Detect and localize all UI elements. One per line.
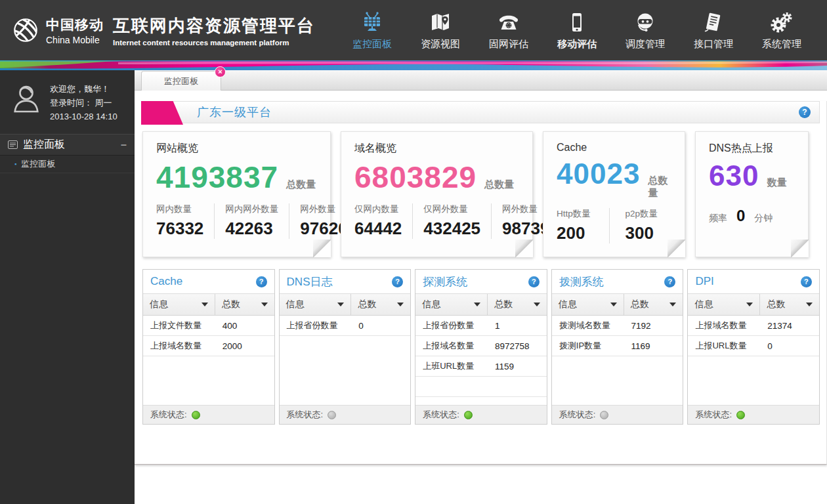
panel-title: 探测系统 [423,274,467,289]
brand-logo: 中国移动 China Mobile 互联网内容资源管理平台 Internet c… [0,14,315,47]
stat-label: 网内数量 [156,203,203,215]
nav-item-fixed-network-eval[interactable]: 固网评估 [486,10,532,51]
login-time-text: 登录时间： 周一 [50,96,117,110]
system-panels-row: Cache ? 信息 总数 上报文件数量400 上报域名数量2000 [142,269,820,425]
sidebar-item-monitor-panel[interactable]: ▪ 监控面板 [0,156,135,173]
panel-status: 系统状态: [688,405,819,424]
status-dot [600,411,608,419]
menu-doc-icon [8,140,18,149]
column-header-info[interactable]: 信息 [415,294,488,315]
nav-label: 固网评估 [489,38,528,51]
section-flag [141,101,183,125]
panel-title: DNS日志 [287,274,333,289]
nav-label: 调度管理 [626,38,665,51]
column-header-info[interactable]: 信息 [552,294,624,315]
nav-item-monitor-panel[interactable]: 监控面板 [349,10,395,51]
nav-label: 资源视图 [421,38,460,51]
dropdown-arrow-icon [397,303,404,306]
card-title: 域名概览 [354,142,519,156]
card-big-label: 总数量 [484,178,514,191]
help-icon[interactable]: ? [256,276,267,287]
stat-value: 76332 [156,219,203,239]
nav-item-interface-mgmt[interactable]: 接口管理 [690,10,736,51]
card-dns-hotspot: DNS热点上报 630 数量 频率 0 分钟 [695,131,809,257]
table-row: 上报域名数量2000 [143,336,274,356]
stat-label: 仅网内数量 [354,203,402,215]
card-big-value: 4193837 [156,159,278,195]
brand-name-en: China Mobile [46,35,104,45]
table-row: 上班URL数量1159 [415,356,547,377]
card-big-label: 数量 [767,177,786,189]
nav-item-mobile-eval[interactable]: 移动评估 [554,10,600,51]
tab-monitor-panel[interactable]: 监控面板 × [141,71,221,91]
card-title: 网站概览 [156,142,317,156]
card-big-value: 6803829 [354,159,477,195]
panel-detection-system: 探测系统 ? 信息 总数 上报省份数量1 上报域名数量8972758 [415,269,547,425]
card-stat: p2p数量 300 [610,208,669,243]
help-icon[interactable]: ? [392,276,403,287]
column-header-info[interactable]: 信息 [280,294,352,315]
panel-dns-log: DNS日志 ? 信息 总数 上报省份数量0 系统状态: [279,269,412,425]
column-header-info[interactable]: 信息 [688,294,760,315]
user-profile: 欢迎您，魏华！ 登录时间： 周一 2013-10-28 14:10 [0,70,135,134]
column-header-total[interactable]: 总数 [624,294,683,315]
stat-label: 网内网外数量 [225,203,278,215]
stat-label: Http数量 [557,208,599,220]
column-header-total[interactable]: 总数 [488,294,547,315]
status-dot [192,411,200,419]
collapse-icon[interactable]: – [121,139,127,151]
dashboard-icon [360,10,384,34]
nav-item-system-mgmt[interactable]: 系统管理 [759,10,805,51]
card-domain-overview: 域名概览 6803829 总数量 仅网内数量 64442 仅网外数量 43242… [341,131,533,257]
stat-label: p2p数量 [626,208,658,220]
dropdown-arrow-icon [337,303,344,306]
panel-title: 拨测系统 [559,274,604,289]
gears-icon [770,10,794,34]
column-header-total[interactable]: 总数 [760,294,819,315]
nav-label: 接口管理 [694,38,733,51]
stat-value: 432425 [423,219,480,239]
dropdown-arrow-icon [806,303,813,306]
table-row: 上报省份数量0 [280,316,411,336]
top-header: 中国移动 China Mobile 互联网内容资源管理平台 Internet c… [0,0,827,60]
table-row: 拨测域名数量7192 [552,316,683,336]
panel-dial-test-system: 拨测系统 ? 信息 总数 拨测域名数量7192 拨测IP数量1169 [551,269,684,425]
card-big-value: 630 [709,159,759,192]
help-icon[interactable]: ? [528,276,540,287]
stat-value: 64442 [354,219,402,239]
sidebar-item-label: 监控面板 [21,158,55,170]
card-title: DNS热点上报 [709,142,795,156]
column-header-total[interactable]: 总数 [215,294,274,315]
card-website-overview: 网站概览 4193837 总数量 网内数量 76332 网内网外数量 42263 [142,131,331,257]
card-stat: 网内网外数量 42263 [215,203,289,239]
top-nav: 监控面板 资源视图 固网评估 [349,10,805,51]
nav-item-resource-view[interactable]: 资源视图 [417,10,463,51]
nav-label: 移动评估 [557,38,597,51]
tab-close-icon[interactable]: × [215,66,226,77]
column-header-total[interactable]: 总数 [351,294,410,315]
main-content: 监控面板 × 广东一级平台 ? 网站概览 4193837 总数量 网内数量 76… [135,70,827,504]
help-icon[interactable]: ? [664,276,675,287]
stat-cards-row: 网站概览 4193837 总数量 网内数量 76332 网内网外数量 42263 [142,131,820,257]
nav-item-dispatch-mgmt[interactable]: 调度管理 [622,10,668,51]
platform-subtitle: Internet content resources management pl… [113,39,315,47]
card-stat: 仅网内数量 64442 [354,203,413,239]
section-title: 广东一级平台 [197,104,272,120]
card-big-label: 总数量 [648,175,671,200]
stat-value: 300 [626,223,658,243]
freq-label: 频率 [709,213,727,224]
dropdown-arrow-icon [669,303,676,306]
table-row: 上报域名数量8972758 [415,336,547,356]
sidebar-section-monitor-panel[interactable]: 监控面板 – [0,134,135,156]
card-title: Cache [557,142,671,154]
sidebar-section-label: 监控面板 [23,138,65,152]
dropdown-arrow-icon [534,303,540,306]
dropdown-arrow-icon [610,303,617,306]
content-sheet: 广东一级平台 ? 网站概览 4193837 总数量 网内数量 76332 网内网… [135,101,827,465]
help-icon[interactable]: ? [799,106,811,118]
help-icon[interactable]: ? [801,276,812,287]
platform-title: 互联网内容资源管理平台 [113,14,315,37]
stat-label: 仅网外数量 [423,203,480,215]
status-dot [328,411,336,419]
column-header-info[interactable]: 信息 [143,294,215,315]
